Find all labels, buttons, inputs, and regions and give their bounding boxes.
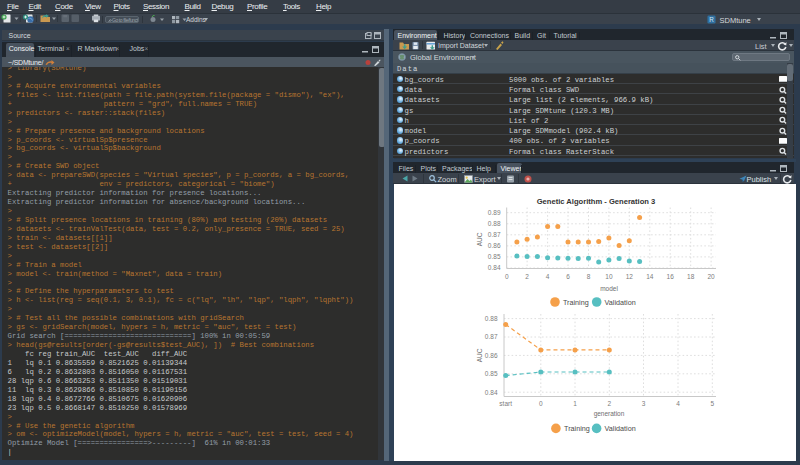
svg-text:0.85: 0.85 [485,370,498,377]
svg-text:generation: generation [594,410,625,418]
svg-text:0.89: 0.89 [488,209,501,216]
svg-text:0.84: 0.84 [485,389,498,396]
svg-text:0.88: 0.88 [488,220,501,227]
svg-text:2: 2 [607,400,611,407]
svg-text:12: 12 [626,273,634,280]
svg-text:0.87: 0.87 [488,231,501,238]
svg-text:0.86: 0.86 [488,242,501,249]
svg-text:16: 16 [667,273,675,280]
svg-text:AUC: AUC [476,232,483,246]
svg-text:14: 14 [646,273,654,280]
svg-text:0.88: 0.88 [485,315,498,322]
svg-text:Validation: Validation [605,424,636,433]
svg-text:10: 10 [605,273,613,280]
svg-text:Genetic Algorithm - Generation: Genetic Algorithm - Generation 3 [537,197,656,206]
svg-text:8: 8 [587,273,591,280]
svg-text:6: 6 [566,273,570,280]
svg-text:4: 4 [676,400,680,407]
svg-text:5: 5 [710,400,714,407]
svg-text:0.84: 0.84 [488,264,501,271]
svg-text:1: 1 [573,400,577,407]
svg-text:20: 20 [707,273,715,280]
svg-text:Training: Training [563,298,589,307]
svg-text:start: start [499,400,512,407]
svg-text:2: 2 [525,273,529,280]
svg-text:0.86: 0.86 [485,352,498,359]
svg-text:Validation: Validation [605,298,636,307]
svg-text:0.87: 0.87 [485,333,498,340]
svg-text:0.85: 0.85 [488,253,501,260]
svg-text:R: R [709,16,714,23]
svg-text:0: 0 [539,400,543,407]
svg-text:AUC: AUC [476,348,483,362]
svg-text:Training: Training [564,424,590,433]
svg-text:model: model [600,285,618,292]
svg-text:4: 4 [546,273,550,280]
svg-text:0: 0 [505,273,509,280]
svg-text:3: 3 [642,400,646,407]
svg-text:18: 18 [687,273,695,280]
